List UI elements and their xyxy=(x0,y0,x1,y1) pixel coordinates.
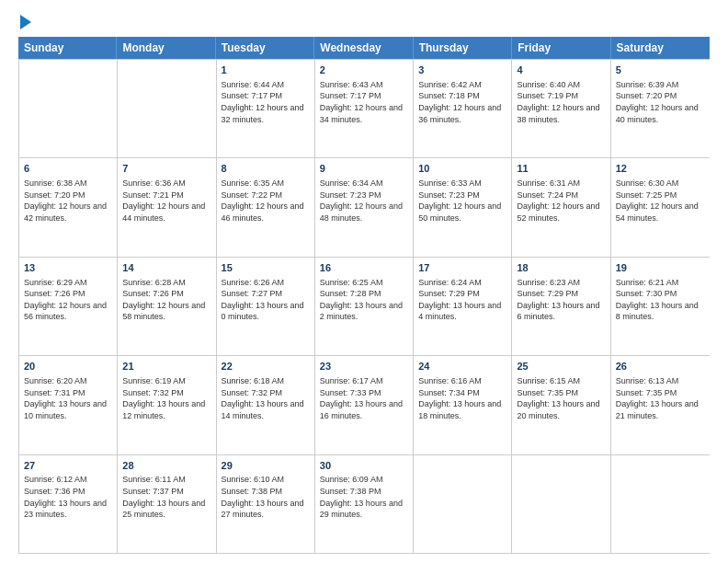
cell-info: Sunrise: 6:13 AM Sunset: 7:35 PM Dayligh… xyxy=(616,375,705,421)
cell-info: Sunrise: 6:16 AM Sunset: 7:34 PM Dayligh… xyxy=(418,375,506,421)
cell-info: Sunrise: 6:11 AM Sunset: 7:37 PM Dayligh… xyxy=(122,474,210,520)
day-number: 15 xyxy=(222,261,310,275)
calendar-cell: 13Sunrise: 6:29 AM Sunset: 7:26 PM Dayli… xyxy=(19,258,118,355)
logo xyxy=(18,15,31,29)
cell-info: Sunrise: 6:24 AM Sunset: 7:29 PM Dayligh… xyxy=(418,277,506,323)
cell-info: Sunrise: 6:18 AM Sunset: 7:32 PM Dayligh… xyxy=(222,375,310,421)
calendar-cell: 27Sunrise: 6:12 AM Sunset: 7:36 PM Dayli… xyxy=(19,455,118,553)
calendar-cell: 17Sunrise: 6:24 AM Sunset: 7:29 PM Dayli… xyxy=(414,258,512,355)
calendar-row: 13Sunrise: 6:29 AM Sunset: 7:26 PM Dayli… xyxy=(19,258,710,356)
calendar-cell: 2Sunrise: 6:43 AM Sunset: 7:17 PM Daylig… xyxy=(315,60,414,157)
calendar-header: SundayMondayTuesdayWednesdayThursdayFrid… xyxy=(18,37,710,59)
cell-info: Sunrise: 6:39 AM Sunset: 7:20 PM Dayligh… xyxy=(616,79,705,125)
day-number: 23 xyxy=(320,360,408,373)
calendar-cell: 19Sunrise: 6:21 AM Sunset: 7:30 PM Dayli… xyxy=(611,258,710,355)
cell-info: Sunrise: 6:21 AM Sunset: 7:30 PM Dayligh… xyxy=(616,277,705,323)
calendar-cell: 16Sunrise: 6:25 AM Sunset: 7:28 PM Dayli… xyxy=(315,258,414,355)
cell-info: Sunrise: 6:12 AM Sunset: 7:36 PM Dayligh… xyxy=(24,474,112,520)
day-number: 24 xyxy=(418,360,506,373)
day-number: 2 xyxy=(320,63,408,77)
day-number: 30 xyxy=(320,459,408,473)
calendar-cell xyxy=(611,455,710,553)
day-number: 9 xyxy=(320,162,408,176)
day-number: 20 xyxy=(24,360,112,373)
day-number: 3 xyxy=(418,63,506,77)
cell-info: Sunrise: 6:33 AM Sunset: 7:23 PM Dayligh… xyxy=(418,178,506,224)
cell-info: Sunrise: 6:31 AM Sunset: 7:24 PM Dayligh… xyxy=(517,178,605,224)
calendar-cell: 9Sunrise: 6:34 AM Sunset: 7:23 PM Daylig… xyxy=(315,158,414,256)
calendar-row: 1Sunrise: 6:44 AM Sunset: 7:17 PM Daylig… xyxy=(19,60,710,158)
day-number: 12 xyxy=(616,162,705,176)
calendar-cell: 29Sunrise: 6:10 AM Sunset: 7:38 PM Dayli… xyxy=(217,455,315,553)
calendar-cell: 22Sunrise: 6:18 AM Sunset: 7:32 PM Dayli… xyxy=(217,356,315,454)
day-number: 18 xyxy=(517,261,605,275)
day-number: 29 xyxy=(222,459,310,473)
day-number: 17 xyxy=(418,261,506,275)
cal-header-cell: Tuesday xyxy=(216,37,314,59)
calendar-cell: 14Sunrise: 6:28 AM Sunset: 7:26 PM Dayli… xyxy=(118,258,216,355)
day-number: 10 xyxy=(418,162,506,176)
day-number: 11 xyxy=(517,162,605,176)
cell-info: Sunrise: 6:36 AM Sunset: 7:21 PM Dayligh… xyxy=(122,178,210,224)
day-number: 27 xyxy=(24,459,112,473)
calendar-row: 6Sunrise: 6:38 AM Sunset: 7:20 PM Daylig… xyxy=(19,158,710,257)
day-number: 4 xyxy=(517,63,605,77)
page: SundayMondayTuesdayWednesdayThursdayFrid… xyxy=(0,0,728,563)
calendar-body: 1Sunrise: 6:44 AM Sunset: 7:17 PM Daylig… xyxy=(18,59,710,554)
cal-header-cell: Saturday xyxy=(611,37,710,59)
day-number: 5 xyxy=(616,63,705,77)
calendar-cell: 26Sunrise: 6:13 AM Sunset: 7:35 PM Dayli… xyxy=(611,356,710,454)
cell-info: Sunrise: 6:19 AM Sunset: 7:32 PM Dayligh… xyxy=(122,375,210,421)
day-number: 1 xyxy=(222,63,310,77)
calendar-cell xyxy=(414,455,512,553)
cell-info: Sunrise: 6:29 AM Sunset: 7:26 PM Dayligh… xyxy=(24,277,112,323)
cell-info: Sunrise: 6:38 AM Sunset: 7:20 PM Dayligh… xyxy=(24,178,112,224)
day-number: 26 xyxy=(616,360,705,373)
calendar-cell: 23Sunrise: 6:17 AM Sunset: 7:33 PM Dayli… xyxy=(315,356,414,454)
cell-info: Sunrise: 6:30 AM Sunset: 7:25 PM Dayligh… xyxy=(616,178,705,224)
calendar-cell: 18Sunrise: 6:23 AM Sunset: 7:29 PM Dayli… xyxy=(512,258,610,355)
cell-info: Sunrise: 6:40 AM Sunset: 7:19 PM Dayligh… xyxy=(517,79,605,125)
calendar-cell: 1Sunrise: 6:44 AM Sunset: 7:17 PM Daylig… xyxy=(217,60,315,157)
day-number: 25 xyxy=(517,360,605,373)
cal-header-cell: Friday xyxy=(512,37,610,59)
calendar: SundayMondayTuesdayWednesdayThursdayFrid… xyxy=(18,37,710,554)
calendar-cell: 25Sunrise: 6:15 AM Sunset: 7:35 PM Dayli… xyxy=(512,356,610,454)
day-number: 14 xyxy=(122,261,210,275)
cell-info: Sunrise: 6:43 AM Sunset: 7:17 PM Dayligh… xyxy=(320,79,408,125)
calendar-cell: 7Sunrise: 6:36 AM Sunset: 7:21 PM Daylig… xyxy=(118,158,216,256)
day-number: 22 xyxy=(222,360,310,373)
cell-info: Sunrise: 6:17 AM Sunset: 7:33 PM Dayligh… xyxy=(320,375,408,421)
cell-info: Sunrise: 6:35 AM Sunset: 7:22 PM Dayligh… xyxy=(222,178,310,224)
calendar-cell: 6Sunrise: 6:38 AM Sunset: 7:20 PM Daylig… xyxy=(19,158,118,256)
cell-info: Sunrise: 6:23 AM Sunset: 7:29 PM Dayligh… xyxy=(517,277,605,323)
day-number: 6 xyxy=(24,162,112,176)
day-number: 21 xyxy=(122,360,210,373)
cell-info: Sunrise: 6:10 AM Sunset: 7:38 PM Dayligh… xyxy=(222,474,310,520)
cal-header-cell: Wednesday xyxy=(314,37,413,59)
cal-header-cell: Monday xyxy=(117,37,215,59)
day-number: 16 xyxy=(320,261,408,275)
calendar-cell: 21Sunrise: 6:19 AM Sunset: 7:32 PM Dayli… xyxy=(118,356,216,454)
header xyxy=(18,15,710,29)
calendar-cell: 28Sunrise: 6:11 AM Sunset: 7:37 PM Dayli… xyxy=(118,455,216,553)
calendar-cell: 15Sunrise: 6:26 AM Sunset: 7:27 PM Dayli… xyxy=(217,258,315,355)
calendar-cell: 20Sunrise: 6:20 AM Sunset: 7:31 PM Dayli… xyxy=(19,356,118,454)
calendar-cell: 3Sunrise: 6:42 AM Sunset: 7:18 PM Daylig… xyxy=(414,60,512,157)
cell-info: Sunrise: 6:28 AM Sunset: 7:26 PM Dayligh… xyxy=(122,277,210,323)
cell-info: Sunrise: 6:42 AM Sunset: 7:18 PM Dayligh… xyxy=(418,79,506,125)
cell-info: Sunrise: 6:44 AM Sunset: 7:17 PM Dayligh… xyxy=(222,79,310,125)
cal-header-cell: Sunday xyxy=(18,37,117,59)
cell-info: Sunrise: 6:20 AM Sunset: 7:31 PM Dayligh… xyxy=(24,375,112,421)
day-number: 28 xyxy=(122,459,210,473)
cell-info: Sunrise: 6:25 AM Sunset: 7:28 PM Dayligh… xyxy=(320,277,408,323)
cell-info: Sunrise: 6:09 AM Sunset: 7:38 PM Dayligh… xyxy=(320,474,408,520)
cell-info: Sunrise: 6:15 AM Sunset: 7:35 PM Dayligh… xyxy=(517,375,605,421)
calendar-cell: 5Sunrise: 6:39 AM Sunset: 7:20 PM Daylig… xyxy=(611,60,710,157)
calendar-cell: 8Sunrise: 6:35 AM Sunset: 7:22 PM Daylig… xyxy=(217,158,315,256)
day-number: 13 xyxy=(24,261,112,275)
calendar-cell: 12Sunrise: 6:30 AM Sunset: 7:25 PM Dayli… xyxy=(611,158,710,256)
calendar-cell xyxy=(512,455,610,553)
calendar-row: 20Sunrise: 6:20 AM Sunset: 7:31 PM Dayli… xyxy=(19,356,710,454)
day-number: 7 xyxy=(122,162,210,176)
